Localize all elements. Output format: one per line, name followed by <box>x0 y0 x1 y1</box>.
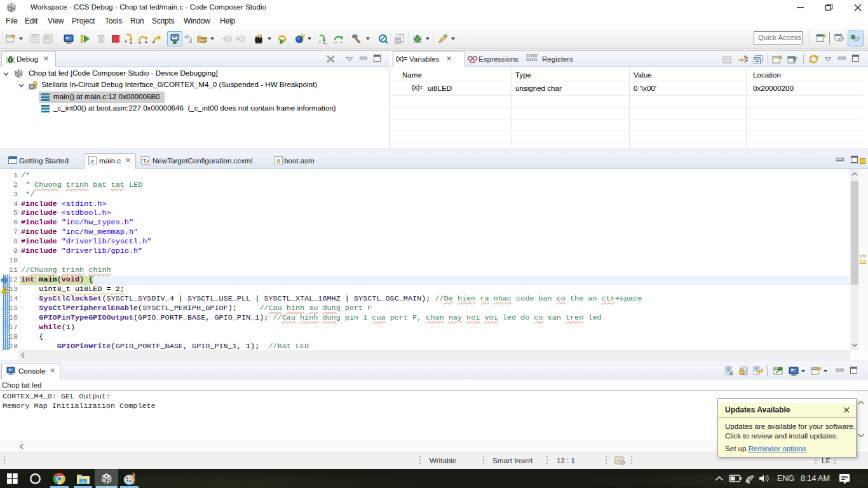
svg-text:.c: .c <box>90 158 94 165</box>
svg-text:T: T <box>143 158 147 164</box>
svg-text:{}: {} <box>200 38 205 43</box>
svg-text:S: S <box>276 158 280 165</box>
